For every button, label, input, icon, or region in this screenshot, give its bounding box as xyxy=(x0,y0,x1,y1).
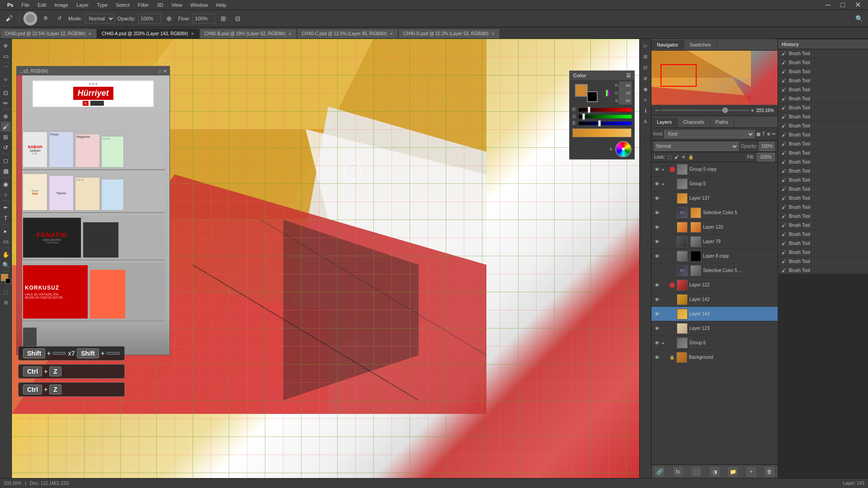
history-item-4[interactable]: 🖌 Brush Tool xyxy=(778,85,868,94)
fg-bg-swatches[interactable] xyxy=(575,84,598,102)
flow-input[interactable] xyxy=(193,14,215,23)
layer-icon-1[interactable]: ▦ xyxy=(756,131,760,136)
zoom-in-btn[interactable]: + xyxy=(750,107,754,114)
tab-ch40[interactable]: CH40.psd @ 22.5% (Layer 12, RGB/8#) ✕ xyxy=(0,28,97,38)
new-layer-btn[interactable]: + xyxy=(747,467,756,476)
layer-item-sc5b[interactable]: SC Selective Color 5 ... xyxy=(651,263,778,278)
new-adjustment-btn[interactable]: ◑ xyxy=(710,467,719,476)
r-slider[interactable] xyxy=(579,108,632,112)
zoom-out-btn[interactable]: − xyxy=(655,107,659,114)
b-slider[interactable] xyxy=(579,122,632,125)
preview-expand-btn[interactable]: □ xyxy=(159,69,161,74)
add-mask-btn[interactable]: ⬚ xyxy=(692,467,701,476)
layer-eye-123[interactable]: 👁 xyxy=(653,325,660,332)
menu-image[interactable]: Image xyxy=(51,1,72,9)
layer-icon-3[interactable]: ⊕ xyxy=(767,131,770,136)
quick-mask-btn[interactable]: ⬚ xyxy=(1,287,11,297)
layer-item-120[interactable]: 👁 Layer 120 xyxy=(651,220,778,235)
maximize-btn[interactable]: □ xyxy=(837,0,849,10)
panel-toggle-6[interactable]: ≡ xyxy=(641,95,651,105)
history-item-16[interactable]: 🖌 Brush Tool xyxy=(778,194,868,203)
history-item-3[interactable]: 🖌 Brush Tool xyxy=(778,76,868,85)
layer-eye-137[interactable]: 👁 xyxy=(653,195,660,202)
tab-swatches[interactable]: Swatches xyxy=(684,40,717,49)
blend-mode-select[interactable]: Normal xyxy=(654,142,739,151)
history-brush-tool[interactable]: ↺ xyxy=(1,142,11,152)
gradient-tool[interactable]: ▦ xyxy=(1,166,11,176)
menu-filter[interactable]: Filter xyxy=(134,1,152,9)
nav-viewport-box[interactable] xyxy=(660,64,697,87)
background-swatch[interactable] xyxy=(587,91,598,102)
menu-file[interactable]: File xyxy=(18,1,33,9)
history-item-20[interactable]: 🖌 Brush Tool xyxy=(778,230,868,239)
brush-toggle-btn[interactable]: ↺ xyxy=(53,12,66,25)
history-item-7[interactable]: 🖌 Brush Tool xyxy=(778,113,868,122)
layer-icon-2[interactable]: T xyxy=(762,131,765,136)
panel-toggle-2[interactable]: ⊞ xyxy=(641,52,651,61)
layer-eye-group5[interactable]: 👁 xyxy=(653,180,660,188)
layer-item-group5[interactable]: 👁 ▸ Group 5 xyxy=(651,177,778,191)
pen-pressure-btn[interactable]: ⊞ xyxy=(217,12,230,25)
layer-eye-79[interactable]: 👁 xyxy=(653,238,660,245)
clone-tool[interactable]: ⊞ xyxy=(1,132,11,142)
menu-ps[interactable]: Ps xyxy=(4,1,17,9)
tab-channels[interactable]: Channels xyxy=(678,117,710,127)
panel-toggle-8[interactable]: A xyxy=(641,117,651,127)
brush-tool-icon[interactable]: 🖌 xyxy=(3,12,15,25)
tab-navigator[interactable]: Navigator xyxy=(651,40,684,49)
layer-item-group6[interactable]: 👁 ▸ Group 6 xyxy=(651,336,778,350)
g-slider[interactable] xyxy=(579,115,632,118)
tab-ch40d[interactable]: CH40-D.psd @ 15.2% (Layer 53, RGB/8#) ✕ xyxy=(398,28,500,38)
menu-3d[interactable]: 3D xyxy=(153,1,167,9)
color-spectrum[interactable] xyxy=(606,90,609,96)
history-item-8[interactable]: 🖌 Brush Tool xyxy=(778,122,868,131)
layer-eye-sc5[interactable]: 👁 xyxy=(653,209,660,216)
layer-item-group5copy[interactable]: 👁 ▸ Group 5 copy xyxy=(651,162,778,177)
tab-paths[interactable]: Paths xyxy=(710,117,734,127)
shape-tool[interactable]: ▭ xyxy=(1,236,11,246)
hex-color-bar[interactable] xyxy=(572,128,632,137)
panel-toggle-5[interactable]: ◉ xyxy=(641,84,651,94)
preview-close-btn[interactable]: ✕ xyxy=(163,69,167,74)
blur-tool[interactable]: ◉ xyxy=(1,179,11,189)
menu-edit[interactable]: Edit xyxy=(34,1,50,9)
mode-select[interactable]: Normal xyxy=(85,14,115,23)
menu-layer[interactable]: Layer xyxy=(73,1,93,9)
zoom-slider[interactable] xyxy=(660,109,749,111)
layer-item-137[interactable]: 👁 Layer 137 xyxy=(651,191,778,206)
tab-ch40c[interactable]: CH40-C.psd @ 12.5% (Layer 45, RGB/8#) ✕ xyxy=(297,28,399,38)
history-item-2[interactable]: 🖌 Brush Tool xyxy=(778,67,868,76)
link-layers-btn[interactable]: 🔗 xyxy=(655,467,664,476)
tab-layers[interactable]: Layers xyxy=(651,117,678,127)
layer-item-122[interactable]: 👁 Layer 122 xyxy=(651,278,778,292)
layer-item-background[interactable]: 👁 🔒 Background xyxy=(651,350,778,365)
layer-eye-122[interactable]: 👁 xyxy=(653,282,660,289)
r-input[interactable] xyxy=(619,82,632,89)
type-tool[interactable]: T xyxy=(1,213,11,223)
layer-item-8copy[interactable]: 👁 Layer 8 copy xyxy=(651,249,778,263)
b-input[interactable] xyxy=(619,97,632,104)
lasso-tool[interactable]: ⌒ xyxy=(1,64,11,74)
layer-item-79[interactable]: 👁 Layer 79 xyxy=(651,235,778,249)
history-item-1[interactable]: 🖌 Brush Tool xyxy=(778,58,868,67)
fill-value[interactable] xyxy=(757,153,775,162)
panel-toggle-7[interactable]: ℹ xyxy=(641,106,651,116)
layer-eye-142[interactable]: 👁 xyxy=(653,296,660,303)
kind-select[interactable]: Kind xyxy=(664,130,755,138)
history-item-0[interactable]: 🖌 Brush Tool xyxy=(778,49,868,58)
dodge-tool[interactable]: ○ xyxy=(1,189,11,199)
layer-eye-143[interactable]: 👁 xyxy=(653,310,660,318)
history-item-10[interactable]: 🖌 Brush Tool xyxy=(778,140,868,149)
magic-wand-tool[interactable]: ✧ xyxy=(1,75,11,84)
layer-item-143[interactable]: 👁 Layer 143 xyxy=(651,307,778,321)
menu-type[interactable]: Type xyxy=(93,1,111,9)
layer-eye-group6[interactable]: 👁 xyxy=(653,339,660,347)
r-thumb[interactable] xyxy=(588,107,590,113)
g-input[interactable] xyxy=(619,89,632,97)
add-style-btn[interactable]: fx xyxy=(674,467,683,476)
layer-icon-4[interactable]: ✏ xyxy=(772,131,776,136)
menu-window[interactable]: Window xyxy=(187,1,212,9)
new-group-btn[interactable]: 📁 xyxy=(728,467,737,476)
brush-settings-btn[interactable]: ⚙ xyxy=(39,12,52,25)
history-item-19[interactable]: 🖌 Brush Tool xyxy=(778,221,868,230)
